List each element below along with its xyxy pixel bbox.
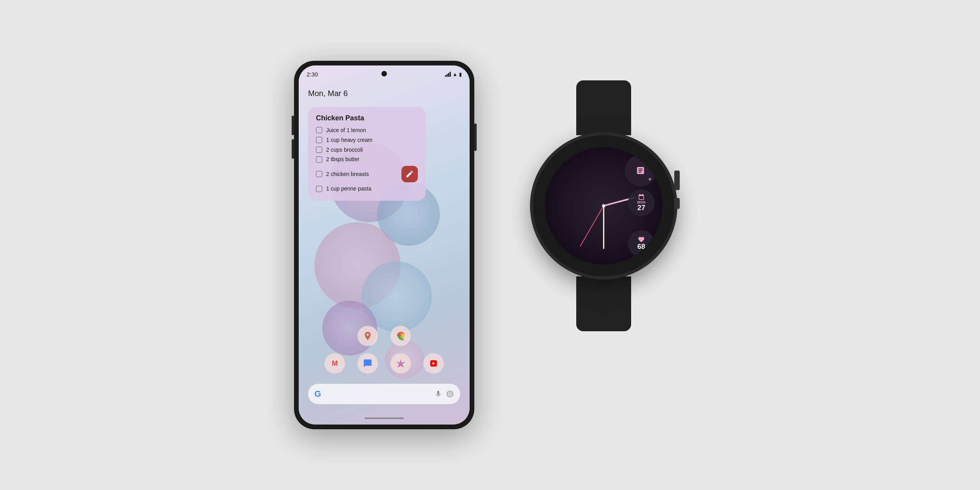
calendar-complication[interactable]: MON 27 (628, 189, 655, 216)
power-button[interactable] (474, 123, 477, 151)
list-item[interactable]: 1 cup heavy cream (316, 137, 418, 143)
status-time: 2:30 (307, 71, 318, 78)
pinwheel-icon (396, 358, 406, 368)
search-bar[interactable]: G (308, 384, 460, 404)
item-text-4: 2 tbsps butter (326, 156, 359, 163)
checkbox-3[interactable] (316, 147, 322, 153)
pinwheel-app-icon[interactable] (390, 353, 411, 374)
maps-app-icon[interactable] (358, 326, 378, 346)
chrome-app-icon[interactable] (390, 326, 411, 346)
messages-app-icon[interactable] (358, 353, 378, 374)
list-item[interactable]: 2 tbsps butter (316, 156, 418, 163)
minute-hand (603, 206, 604, 249)
clock-center (602, 204, 605, 207)
chrome-icon (396, 331, 406, 341)
gmail-app-icon[interactable]: M (325, 353, 345, 374)
watch-band-top (576, 80, 631, 135)
heart-rate-complication[interactable]: 68 (628, 230, 655, 257)
google-g-logo: G (314, 389, 321, 399)
location-pin-icon (363, 331, 373, 341)
item-text-6: 1 cup penne pasta (326, 185, 371, 192)
watch-crown-button[interactable] (674, 171, 680, 190)
svg-point-2 (447, 391, 453, 397)
youtube-app-icon[interactable] (423, 353, 444, 374)
list-item[interactable]: 2 cups broccoli (316, 147, 418, 153)
signal-icon (445, 71, 451, 77)
checkbox-5[interactable] (316, 171, 322, 177)
item-text-2: 1 cup heavy cream (326, 137, 372, 143)
watch-device: + MON 27 68 (521, 80, 686, 410)
checkbox-1[interactable] (316, 127, 322, 133)
phone-screen: 2:30 ▲ ▮ Mon, Mar 6 Chicken Pasta Juice … (299, 65, 470, 425)
widget-title: Chicken Pasta (316, 114, 418, 122)
watch-side-button[interactable] (674, 198, 680, 209)
tasks-icon (636, 166, 645, 175)
svg-point-3 (449, 393, 452, 396)
app-icons-row2: M (325, 353, 444, 374)
status-bar: 2:30 ▲ ▮ (299, 65, 470, 83)
battery-icon: ▮ (459, 71, 462, 77)
messages-icon (363, 359, 372, 368)
tasks-complication[interactable]: + (625, 155, 656, 186)
item-text-5: 2 chicken breasts (326, 171, 369, 178)
list-item[interactable]: Juice of 1 lemon (316, 127, 418, 134)
second-hand (580, 206, 604, 247)
status-icons: ▲ ▮ (445, 71, 462, 77)
checkbox-4[interactable] (316, 156, 322, 163)
microphone-icon[interactable] (434, 390, 442, 398)
checkbox-2[interactable] (316, 137, 322, 143)
lens-icon[interactable] (446, 390, 454, 398)
volume-down-button[interactable] (292, 139, 294, 159)
wifi-icon: ▲ (452, 71, 457, 77)
youtube-icon (428, 358, 439, 368)
item-text-3: 2 cups broccoli (326, 147, 363, 153)
edit-button[interactable] (401, 166, 418, 182)
watch-face[interactable]: + MON 27 68 (545, 147, 662, 265)
list-item[interactable]: 2 chicken breasts (316, 166, 418, 182)
phone-date: Mon, Mar 6 (308, 89, 348, 98)
checkbox-6[interactable] (316, 186, 322, 192)
home-indicator[interactable] (365, 417, 404, 419)
list-item[interactable]: 1 cup penne pasta (316, 185, 418, 192)
tasks-add-icon: + (648, 176, 652, 182)
heart-icon (638, 236, 645, 243)
app-icons-row1 (358, 326, 411, 346)
phone-device: 2:30 ▲ ▮ Mon, Mar 6 Chicken Pasta Juice … (294, 61, 474, 429)
watch-band-bottom (576, 276, 631, 331)
watch-body: + MON 27 68 (533, 135, 674, 276)
volume-up-button[interactable] (292, 116, 294, 135)
calendar-icon (638, 194, 645, 201)
calendar-date: 27 (637, 204, 645, 212)
recipe-widget: Chicken Pasta Juice of 1 lemon 1 cup hea… (308, 107, 426, 201)
edit-icon (405, 170, 414, 178)
item-text-1: Juice of 1 lemon (326, 127, 366, 134)
heart-rate-value: 68 (637, 243, 645, 251)
